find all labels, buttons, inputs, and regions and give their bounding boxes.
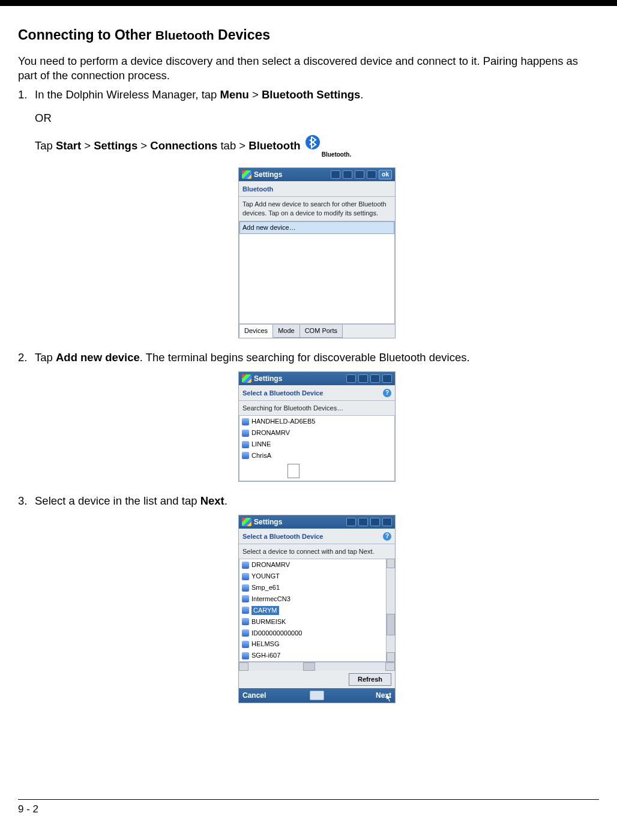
heading-part-b: Devices bbox=[214, 27, 270, 43]
scroll-right-arrow[interactable] bbox=[385, 662, 395, 671]
tap-label: Tap bbox=[35, 139, 56, 152]
tab-com-ports[interactable]: COM Ports bbox=[300, 325, 343, 338]
device-label: Smp_e61 bbox=[251, 583, 280, 592]
device-label: DRONAMRV bbox=[251, 428, 290, 437]
intro-paragraph: You need to perform a device discovery a… bbox=[18, 54, 599, 83]
tab-devices[interactable]: Devices bbox=[239, 325, 273, 338]
vertical-scrollbar[interactable] bbox=[386, 559, 395, 662]
ss1-titlebar: Settings ok bbox=[239, 168, 395, 181]
cancel-button[interactable]: Cancel bbox=[242, 691, 302, 700]
ss3-list-wrap: DRONAMRV YOUNGT Smp_e61 IntermecCN3 CARY… bbox=[239, 559, 395, 662]
ss2-sub-text: Select a Bluetooth Device bbox=[242, 389, 324, 398]
device-label: YOUNGT bbox=[251, 572, 280, 581]
help-icon[interactable]: ? bbox=[383, 532, 391, 541]
refresh-button[interactable]: Refresh bbox=[349, 673, 391, 686]
refresh-row: Refresh bbox=[239, 671, 395, 688]
connections-label: Connections bbox=[150, 139, 217, 152]
list-item[interactable]: IntermecCN3 bbox=[239, 593, 386, 605]
list-item[interactable]: DRONAMRV bbox=[239, 427, 394, 439]
hscroll-track[interactable] bbox=[248, 662, 385, 671]
add-new-device-bold: Add new device bbox=[56, 351, 140, 364]
horizontal-scrollbar[interactable] bbox=[239, 662, 395, 671]
step-1: 1. In the Dolphin Wireless Manager, tap … bbox=[18, 88, 599, 338]
screenshot-searching: Settings Select a Bluetooth Device? Sear… bbox=[238, 371, 396, 482]
step-2-post: . The terminal begins searching for disc… bbox=[140, 351, 470, 364]
scroll-left-arrow[interactable] bbox=[239, 662, 248, 671]
ss3-bottombar: Cancel Next bbox=[239, 688, 395, 703]
scroll-down-arrow[interactable] bbox=[387, 652, 395, 662]
device-icon bbox=[242, 418, 249, 425]
device-icon bbox=[242, 573, 249, 580]
list-item[interactable]: YOUNGT bbox=[239, 571, 386, 582]
step-3-number: 3. bbox=[18, 494, 27, 509]
device-icon bbox=[242, 641, 249, 648]
list-item[interactable]: SGH-i607 bbox=[239, 650, 386, 661]
device-label: ID000000000000 bbox=[251, 629, 302, 638]
help-icon[interactable]: ? bbox=[383, 389, 391, 397]
tab-mode[interactable]: Mode bbox=[273, 325, 300, 338]
screenshot-3-container: Settings Select a Bluetooth Device? Sele… bbox=[35, 515, 599, 704]
device-icon bbox=[242, 595, 249, 602]
volume-icon bbox=[382, 374, 392, 383]
next-button[interactable]: Next bbox=[331, 691, 391, 700]
list-item[interactable]: HANDHELD-AD6EB5 bbox=[239, 416, 394, 427]
screenshot-bluetooth-settings: Settings ok Bluetooth Tap Add new device… bbox=[238, 167, 396, 338]
ss3-subtitle: Select a Bluetooth Device? bbox=[239, 529, 395, 544]
step-3: 3. Select a device in the list and tap N… bbox=[18, 494, 599, 703]
list-item[interactable]: LINNE bbox=[239, 439, 394, 450]
device-icon bbox=[242, 562, 249, 569]
list-item[interactable]: BURMEISK bbox=[239, 616, 386, 628]
bluetooth-label: Bluetooth bbox=[248, 139, 300, 152]
ss2-subtitle: Select a Bluetooth Device? bbox=[239, 385, 395, 401]
device-label: DRONAMRV bbox=[251, 560, 290, 569]
volume-icon bbox=[382, 518, 392, 526]
step-3-dot: . bbox=[224, 494, 227, 507]
device-label: HELMSG bbox=[251, 640, 279, 649]
scroll-thumb[interactable] bbox=[387, 614, 395, 635]
settings-label: Settings bbox=[94, 139, 137, 152]
list-item[interactable]: ID000000000000 bbox=[239, 628, 386, 639]
ss2-title: Settings bbox=[254, 374, 282, 383]
signal-icon bbox=[331, 170, 340, 179]
step-1-text-pre: In the Dolphin Wireless Manager, tap bbox=[35, 88, 220, 101]
step-2-pre: Tap bbox=[35, 351, 56, 364]
device-icon bbox=[242, 584, 249, 592]
list-item[interactable]: DRONAMRV bbox=[239, 559, 386, 571]
add-new-device-item[interactable]: Add new device… bbox=[239, 221, 394, 234]
ss3-sub-text: Select a Bluetooth Device bbox=[242, 532, 324, 541]
list-item[interactable]: HELMSG bbox=[239, 638, 386, 650]
step-1-number: 1. bbox=[18, 88, 27, 103]
step-3-pre: Select a device in the list and tap bbox=[35, 494, 200, 507]
ok-button[interactable]: ok bbox=[379, 170, 392, 179]
hscroll-thumb[interactable] bbox=[303, 662, 315, 671]
device-icon bbox=[242, 441, 249, 448]
sync-icon bbox=[343, 170, 352, 179]
device-label: ChrisA bbox=[251, 451, 271, 460]
ss1-title: Settings bbox=[254, 170, 282, 179]
list-item[interactable]: Smp_e61 bbox=[239, 582, 386, 593]
step-1-alt: Tap Start > Settings > Connections tab >… bbox=[35, 134, 599, 159]
device-icon bbox=[242, 652, 249, 659]
screenshot-2-container: Settings Select a Bluetooth Device? Sear… bbox=[35, 371, 599, 482]
dot-1: . bbox=[360, 88, 363, 101]
list-item[interactable]: ChrisA bbox=[239, 450, 394, 461]
step-2-number: 2. bbox=[18, 350, 27, 365]
add-new-device-label: Add new device… bbox=[242, 223, 296, 232]
list-item-selected[interactable]: CARYM bbox=[239, 605, 386, 616]
top-black-bar bbox=[0, 0, 617, 6]
scroll-up-arrow[interactable] bbox=[387, 559, 395, 568]
ss1-instruction: Tap Add new device to search for other B… bbox=[239, 197, 395, 221]
device-label: CARYM bbox=[251, 606, 279, 615]
device-label: BURMEISK bbox=[251, 617, 286, 626]
keyboard-icon[interactable] bbox=[310, 691, 324, 700]
device-icon bbox=[242, 629, 249, 637]
bluetooth-icon bbox=[304, 134, 322, 159]
device-label: LINNE bbox=[251, 440, 271, 449]
ss3-instruction: Select a device to connect with and tap … bbox=[239, 544, 395, 559]
windows-flag-icon bbox=[242, 374, 251, 383]
ss1-device-list: Add new device… bbox=[239, 221, 395, 324]
lock-icon bbox=[346, 518, 356, 526]
hourglass-icon bbox=[287, 464, 299, 478]
connection-icon bbox=[370, 518, 380, 526]
device-icon bbox=[242, 430, 249, 437]
